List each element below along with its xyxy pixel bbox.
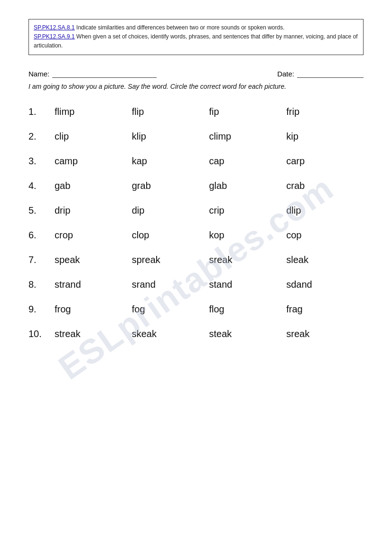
standard2-link[interactable]: SP.PK12.SA.9.1: [34, 33, 75, 40]
word-col-8-3: stand: [209, 279, 287, 290]
row-number-9: 9.: [28, 304, 55, 315]
word-col-1-4: frip: [286, 106, 364, 117]
instructions-text: I am going to show you a picture. Say th…: [28, 83, 364, 90]
word-col-2-3: climp: [209, 131, 287, 142]
word-col-3-1: camp: [55, 156, 132, 167]
word-col-3-3: cap: [209, 156, 287, 167]
word-col-4-3: glab: [209, 180, 287, 191]
word-col-10-1: streak: [55, 329, 132, 339]
standard1-text: Indicate similarities and differences be…: [75, 24, 285, 31]
word-col-8-1: strand: [55, 279, 132, 290]
word-col-9-4: frag: [286, 304, 364, 315]
word-col-9-3: flog: [209, 304, 287, 315]
date-field: Date:: [277, 69, 364, 78]
word-col-5-3: crip: [209, 205, 287, 216]
word-col-10-4: sreak: [286, 329, 364, 339]
word-col-5-2: dip: [132, 205, 209, 216]
standard2-text: When given a set of choices, identify wo…: [34, 33, 358, 49]
word-row: 3.campkapcapcarp: [28, 149, 364, 174]
row-number-6: 6.: [28, 230, 55, 241]
word-col-7-3: sreak: [209, 254, 287, 265]
date-input-line[interactable]: [297, 69, 364, 78]
word-col-2-4: kip: [286, 131, 364, 142]
row-number-8: 8.: [28, 279, 55, 290]
row-number-4: 4.: [28, 180, 55, 191]
word-col-6-1: crop: [55, 230, 132, 241]
word-col-9-1: frog: [55, 304, 132, 315]
word-col-1-2: flip: [132, 106, 209, 117]
word-col-2-1: clip: [55, 131, 132, 142]
word-row: 10.streakskeaksteaksreak: [28, 322, 364, 347]
name-label: Name:: [28, 70, 49, 78]
row-number-10: 10.: [28, 329, 55, 339]
word-col-1-3: fip: [209, 106, 287, 117]
word-col-7-1: speak: [55, 254, 132, 265]
word-col-3-2: kap: [132, 156, 209, 167]
word-col-2-2: klip: [132, 131, 209, 142]
word-list: 1.flimpflipfipfrip2.clipklipclimpkip3.ca…: [28, 100, 364, 347]
word-col-1-1: flimp: [55, 106, 132, 117]
name-date-row: Name: Date:: [28, 69, 364, 78]
word-row: 4.gabgrabglabcrab: [28, 174, 364, 198]
word-col-6-3: kop: [209, 230, 287, 241]
word-col-4-1: gab: [55, 180, 132, 191]
word-col-10-2: skeak: [132, 329, 209, 339]
date-label: Date:: [277, 70, 294, 78]
word-col-10-3: steak: [209, 329, 287, 339]
standards-box: SP.PK12.SA.8.1 Indicate similarities and…: [28, 19, 364, 55]
row-number-7: 7.: [28, 254, 55, 265]
word-col-8-2: srand: [132, 279, 209, 290]
word-col-8-4: sdand: [286, 279, 364, 290]
word-col-3-4: carp: [286, 156, 364, 167]
word-row: 9.frogfogflogfrag: [28, 297, 364, 322]
word-col-9-2: fog: [132, 304, 209, 315]
row-number-3: 3.: [28, 156, 55, 167]
word-col-7-2: spreak: [132, 254, 209, 265]
word-row: 7.speakspreaksreaksleak: [28, 248, 364, 273]
word-col-7-4: sleak: [286, 254, 364, 265]
word-col-5-1: drip: [55, 205, 132, 216]
word-row: 2.clipklipclimpkip: [28, 124, 364, 149]
name-input-line[interactable]: [52, 69, 157, 78]
word-row: 1.flimpflipfipfrip: [28, 100, 364, 124]
word-col-6-4: cop: [286, 230, 364, 241]
row-number-2: 2.: [28, 131, 55, 142]
row-number-1: 1.: [28, 106, 55, 117]
word-row: 8.strandsrandstandsdand: [28, 273, 364, 297]
word-row: 5.dripdipcripdlip: [28, 198, 364, 223]
word-row: 6.cropclopkopcop: [28, 223, 364, 248]
word-col-6-2: clop: [132, 230, 209, 241]
word-col-4-2: grab: [132, 180, 209, 191]
standard1-link[interactable]: SP.PK12.SA.8.1: [34, 24, 75, 31]
name-field: Name:: [28, 69, 157, 78]
word-col-5-4: dlip: [286, 205, 364, 216]
word-col-4-4: crab: [286, 180, 364, 191]
worksheet-page: SP.PK12.SA.8.1 Indicate similarities and…: [0, 0, 392, 555]
row-number-5: 5.: [28, 205, 55, 216]
